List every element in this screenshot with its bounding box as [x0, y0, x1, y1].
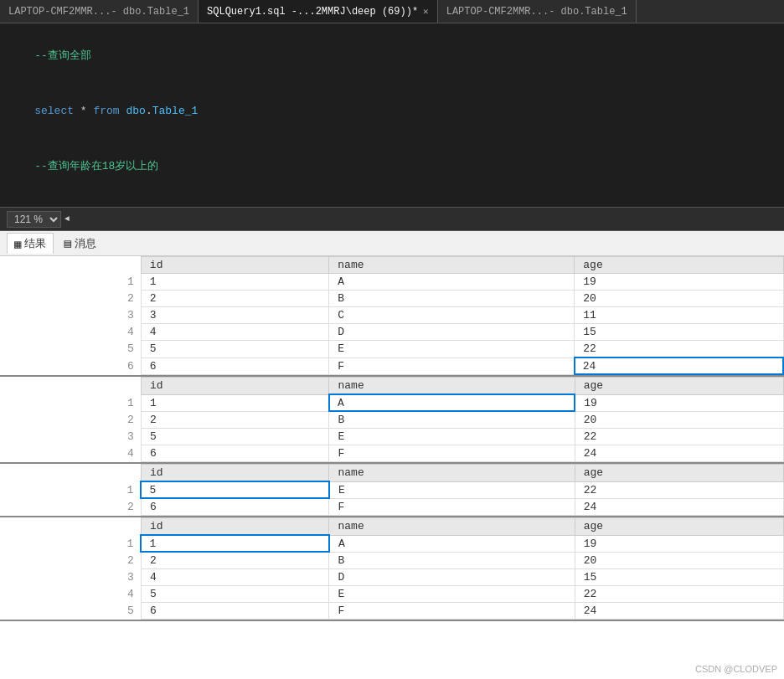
results-tab-label: 结果 — [24, 236, 46, 251]
cell-name: A — [329, 535, 575, 552]
rownum: 4 — [0, 445, 141, 462]
col-id-h1: id — [141, 378, 329, 395]
cell-age: 20 — [575, 552, 783, 569]
cell-id: 2 — [141, 411, 329, 429]
comment-0: --查询全部 — [34, 49, 91, 62]
col-name-h2: name — [329, 465, 575, 482]
cell-name: F — [329, 445, 575, 462]
table-row: 6 6 F 24 — [0, 358, 783, 374]
cell-age: 15 — [575, 569, 783, 586]
cell-id: 1 — [141, 394, 329, 411]
cell-age: 24 — [575, 603, 783, 620]
cell-name: F — [329, 358, 575, 374]
col-id-h2: id — [141, 465, 329, 482]
cell-name: E — [329, 429, 575, 445]
col-age-h1: age — [575, 378, 783, 395]
cell-id: 6 — [141, 603, 329, 620]
watermark: CSDN @CLODVEP — [695, 664, 777, 674]
tab-messages[interactable]: ▤ 消息 — [57, 234, 102, 254]
tab-2-label: LAPTOP-CMF2MMR...- dbo.Table_1 — [446, 6, 627, 18]
cell-age: 22 — [575, 586, 783, 603]
cell-age: 15 — [575, 324, 783, 341]
cell-id-highlighted: 1 — [141, 535, 329, 552]
rownum: 6 — [0, 358, 141, 374]
cell-age: 19 — [575, 274, 783, 291]
results-toolbar: ▦ 结果 ▤ 消息 — [0, 231, 784, 256]
cell-id: 5 — [141, 429, 329, 445]
grid-icon: ▦ — [14, 237, 21, 251]
col-age-h0: age — [575, 257, 783, 274]
table-row: 2 2 B 20 — [0, 291, 783, 307]
tab-bar: LAPTOP-CMF2MMR...- dbo.Table_1 SQLQuery1… — [0, 0, 784, 23]
cell-age: 19 — [575, 535, 783, 552]
rownum: 1 — [0, 535, 141, 552]
table-row: 1 1 A 19 — [0, 394, 784, 411]
cell-age: 24 — [575, 445, 783, 462]
messages-tab-label: 消息 — [75, 236, 96, 251]
cell-age: 11 — [575, 307, 783, 324]
cell-age: 22 — [575, 341, 783, 358]
data-table-1: id name age 1 1 A 19 2 2 B 20 — [0, 377, 784, 462]
data-section-0: id name age 1 1 A 19 2 2 B 20 — [0, 256, 784, 377]
col-age-h2: age — [575, 465, 783, 482]
cell-name: E — [329, 481, 575, 498]
rownum: 2 — [0, 552, 141, 569]
table-row: 2 2 B 20 — [0, 552, 784, 569]
editor-line-2: --查询年龄在18岁以上的 — [8, 139, 776, 194]
cell-name: D — [329, 324, 575, 341]
data-table-0: id name age 1 1 A 19 2 2 B 20 — [0, 256, 784, 375]
rownum: 3 — [0, 569, 141, 586]
table-row: 5 6 F 24 — [0, 603, 784, 620]
cell-age: 24 — [575, 498, 783, 516]
tab-1[interactable]: SQLQuery1.sql -...2MMRJ\deep (69))* ✕ — [199, 0, 438, 23]
col-age-h3: age — [575, 518, 783, 536]
cell-name: D — [329, 569, 575, 586]
cell-id: 1 — [141, 274, 328, 291]
cell-name: E — [329, 341, 575, 358]
rownum: 1 — [0, 274, 141, 291]
tab-0[interactable]: LAPTOP-CMF2MMR...- dbo.Table_1 — [0, 0, 199, 23]
col-id-h0: id — [141, 257, 328, 274]
col-name-h0: name — [329, 257, 575, 274]
rownum: 1 — [0, 481, 141, 498]
cell-age: 22 — [575, 481, 783, 498]
rownum: 4 — [0, 324, 141, 341]
cell-name: E — [329, 586, 575, 603]
rownum: 3 — [0, 429, 141, 445]
msg-icon: ▤ — [64, 236, 70, 250]
data-table-2: id name age 1 5 E 22 2 6 F 24 — [0, 464, 784, 516]
cell-id: 6 — [141, 445, 329, 462]
cell-id: 5 — [141, 586, 329, 603]
table-row: 1 5 E 22 — [0, 481, 784, 498]
table-row: 4 5 E 22 — [0, 586, 784, 603]
cell-id: 6 — [141, 358, 328, 374]
table-row: 2 6 F 24 — [0, 498, 784, 516]
scroll-left-icon[interactable]: ◄ — [64, 214, 70, 224]
rownum: 3 — [0, 307, 141, 324]
cell-id: 2 — [141, 552, 329, 569]
data-section-1: id name age 1 1 A 19 2 2 B 20 — [0, 377, 784, 464]
cell-name-highlighted: A — [329, 394, 575, 411]
table-row: 3 3 C 11 — [0, 307, 783, 324]
cell-id: 5 — [141, 341, 328, 358]
cell-name: A — [329, 274, 575, 291]
cell-name: C — [329, 307, 575, 324]
rownum: 4 — [0, 586, 141, 603]
table-row: 1 1 A 19 — [0, 535, 784, 552]
comment-2: --查询年龄在18岁以上的 — [34, 160, 158, 172]
tab-results[interactable]: ▦ 结果 — [7, 233, 54, 254]
cell-id-highlighted: 5 — [141, 481, 329, 498]
col-name-h3: name — [329, 518, 575, 536]
editor-line-3: select * from dbo.Table_1 where age>18 — [8, 194, 776, 208]
cell-age: 20 — [575, 291, 783, 307]
data-section-3: id name age 1 1 A 19 2 2 B 20 — [0, 517, 784, 621]
cell-age: 19 — [575, 394, 783, 411]
table-row: 4 4 D 15 — [0, 324, 783, 341]
tab-1-close[interactable]: ✕ — [423, 6, 429, 17]
tab-2[interactable]: LAPTOP-CMF2MMR...- dbo.Table_1 — [438, 0, 637, 23]
zoom-select[interactable]: 121 % 100 % 150 % — [7, 211, 61, 228]
editor-line-0: --查询全部 — [8, 28, 776, 84]
cell-age: 20 — [575, 411, 783, 429]
cell-name: F — [329, 603, 575, 620]
rownum: 5 — [0, 603, 141, 620]
